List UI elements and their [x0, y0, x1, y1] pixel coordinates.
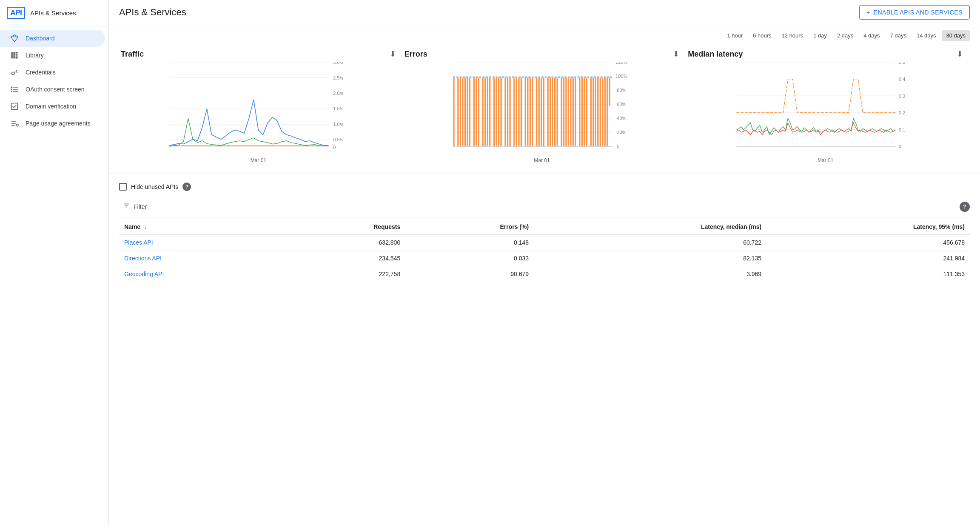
time-btn-2d[interactable]: 2 days: [833, 30, 858, 41]
svg-rect-10: [13, 89, 18, 90]
svg-text:0: 0: [333, 145, 336, 150]
table-row: Geocoding API 222,758 90.679 3.969 111.3…: [119, 266, 970, 282]
sidebar-item-oauth[interactable]: OAuth consent screen: [0, 81, 105, 98]
errors-chart-svg: 120% 100% 80% 60% 40% 20% 0: [405, 62, 680, 156]
col-latency-median: Latency, median (ms): [534, 219, 766, 235]
svg-text:2.5/s: 2.5/s: [333, 75, 343, 80]
row-directions-api-name[interactable]: Directions API: [119, 251, 284, 266]
time-btn-1d[interactable]: 1 day: [809, 30, 831, 41]
svg-rect-9: [13, 87, 18, 88]
svg-rect-81: [524, 77, 526, 146]
time-btn-30d[interactable]: 30 days: [942, 30, 970, 41]
row-places-api-name[interactable]: Places API: [119, 235, 284, 251]
svg-rect-114: [599, 77, 601, 146]
sidebar-item-domain[interactable]: Domain verification: [0, 98, 105, 115]
svg-rect-77: [516, 77, 517, 146]
row-places-api-requests: 632,800: [284, 235, 406, 251]
svg-rect-65: [489, 77, 490, 146]
svg-rect-58: [473, 77, 474, 146]
svg-text:0: 0: [617, 144, 619, 149]
table-row: Places API 632,800 0.148 60.722 456.678: [119, 235, 970, 251]
latency-chart-svg: 0.5 0.4 0.3 0.2 0.1 0: [688, 62, 963, 156]
table-section: Filter ? Name ↓ Requests Errors (%) Late…: [109, 196, 980, 292]
svg-rect-78: [518, 77, 519, 146]
traffic-download-icon[interactable]: ⬇: [390, 49, 396, 59]
svg-rect-118: [609, 77, 610, 106]
enable-apis-button[interactable]: + ENABLE APIS AND SERVICES: [859, 5, 970, 20]
row-geocoding-api-name[interactable]: Geocoding API: [119, 266, 284, 282]
svg-rect-63: [484, 77, 486, 146]
unused-apis-section: Hide unused APIs ?: [109, 174, 980, 196]
errors-download-icon[interactable]: ⬇: [673, 49, 679, 59]
svg-text:0.5: 0.5: [899, 62, 905, 65]
row-geocoding-api-latency-95: 111.353: [766, 266, 970, 282]
svg-rect-55: [467, 77, 468, 146]
time-btn-7d[interactable]: 7 days: [886, 30, 911, 41]
row-geocoding-api-requests: 222,758: [284, 266, 406, 282]
svg-rect-1: [14, 52, 15, 59]
table-header: Name ↓ Requests Errors (%) Latency, medi…: [119, 219, 970, 235]
api-logo: API: [7, 7, 25, 19]
svg-rect-93: [552, 77, 553, 146]
svg-rect-62: [482, 77, 483, 146]
row-places-api-latency-median: 60.722: [534, 235, 766, 251]
filter-button[interactable]: Filter: [119, 200, 150, 214]
svg-rect-64: [487, 77, 488, 146]
filter-icon: [122, 202, 130, 211]
row-directions-api-latency-median: 82.135: [534, 251, 766, 266]
time-btn-1h[interactable]: 1 hour: [723, 30, 747, 41]
table-help-icon[interactable]: ?: [960, 202, 970, 212]
traffic-chart-x-label: Mar 01: [121, 157, 396, 163]
sidebar-header-title: APIs & Services: [30, 9, 76, 17]
svg-rect-3: [16, 54, 18, 56]
svg-text:1.0/s: 1.0/s: [333, 122, 343, 127]
sidebar-item-credentials[interactable]: Credentials: [0, 64, 105, 81]
svg-rect-115: [602, 77, 603, 146]
svg-rect-60: [478, 77, 479, 146]
traffic-chart-svg: 3.0/s 2.5/s 2.0/s 1.5/s 1.0/s 0.5/s 0: [121, 62, 396, 156]
sidebar-nav: Dashboard Library Credentials OAuth cons…: [0, 26, 108, 135]
svg-text:1.5/s: 1.5/s: [333, 106, 343, 111]
key-icon: [10, 68, 19, 77]
table-toolbar: Filter ?: [119, 196, 970, 217]
plus-icon: +: [866, 9, 870, 16]
time-btn-12h[interactable]: 12 hours: [778, 30, 808, 41]
time-btn-4d[interactable]: 4 days: [859, 30, 884, 41]
svg-rect-88: [541, 77, 542, 146]
svg-rect-14: [11, 123, 17, 124]
svg-rect-113: [597, 77, 598, 146]
row-geocoding-api-latency-median: 3.969: [534, 266, 766, 282]
svg-rect-102: [573, 77, 574, 146]
time-btn-14d[interactable]: 14 days: [912, 30, 940, 41]
svg-text:2.0/s: 2.0/s: [333, 91, 343, 96]
sidebar-item-label-domain: Domain verification: [26, 103, 76, 110]
col-name[interactable]: Name ↓: [119, 219, 284, 235]
svg-rect-105: [579, 77, 580, 146]
hide-unused-help-icon[interactable]: ?: [182, 183, 191, 191]
row-places-api-latency-95: 456.678: [766, 235, 970, 251]
hide-unused-checkbox[interactable]: [119, 183, 127, 191]
svg-rect-112: [595, 77, 596, 146]
row-directions-api-requests: 234,545: [284, 251, 406, 266]
sidebar-item-label-page-usage: Page usage agreements: [26, 120, 91, 127]
svg-text:3.0/s: 3.0/s: [333, 62, 343, 65]
time-btn-6h[interactable]: 6 hours: [749, 30, 775, 41]
svg-rect-116: [604, 77, 605, 146]
svg-text:0: 0: [899, 144, 901, 149]
sidebar-item-library[interactable]: Library: [0, 47, 105, 64]
latency-download-icon[interactable]: ⬇: [957, 49, 963, 59]
svg-rect-87: [538, 77, 539, 146]
svg-rect-11: [13, 91, 18, 92]
sidebar-item-label-oauth: OAuth consent screen: [26, 86, 85, 93]
hide-unused-label: Hide unused APIs: [131, 183, 178, 190]
apis-table: Name ↓ Requests Errors (%) Latency, medi…: [119, 219, 970, 282]
svg-rect-106: [581, 77, 582, 146]
sidebar-item-dashboard[interactable]: Dashboard: [0, 30, 105, 47]
svg-rect-83: [529, 77, 530, 146]
svg-rect-51: [457, 77, 459, 146]
svg-rect-86: [536, 77, 537, 146]
sidebar-item-page-usage[interactable]: Page usage agreements: [0, 115, 105, 132]
svg-text:0.3: 0.3: [899, 94, 905, 99]
errors-chart-container: 120% 100% 80% 60% 40% 20% 0: [405, 62, 680, 156]
col-latency-95: Latency, 95% (ms): [766, 219, 970, 235]
